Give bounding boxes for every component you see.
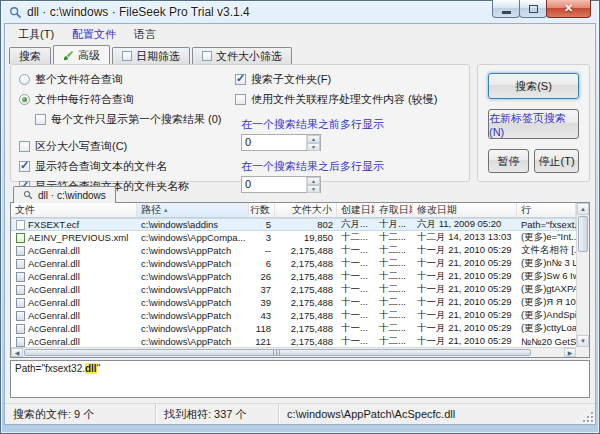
cell-modified: 十一月 21, 2010 05:29	[413, 257, 517, 270]
cell-text: (更多)e="Int..	[521, 231, 576, 244]
cell-text: 六月...	[341, 218, 368, 231]
lines-after-spinner[interactable]: 0 ▲ ▼	[241, 176, 321, 193]
dll-file-icon	[16, 285, 25, 295]
column-header-3[interactable]: 文件大小	[275, 203, 337, 217]
column-header-label: 存取日期	[379, 203, 413, 217]
tab-strip: 搜索高级日期筛选文件大小筛选	[9, 45, 591, 64]
column-header-2[interactable]: 行数	[249, 203, 275, 217]
cell-modified: 十二月 14, 2013 13:03	[413, 231, 517, 244]
stop-button[interactable]: 停止(T)	[534, 149, 579, 173]
results-tab[interactable]: dll · c:\windows	[13, 186, 116, 203]
table-row[interactable]: AcGenral.dllc:\windows\AppPatch372,175,4…	[11, 283, 576, 296]
cell-lines: 6	[249, 257, 275, 270]
column-header-6[interactable]: 修改日期	[413, 203, 517, 217]
tab-1[interactable]: 高级	[53, 45, 110, 64]
cell-text: 十一...	[341, 257, 368, 270]
column-header-5[interactable]: 存取日期	[375, 203, 413, 217]
horizontal-scrollbar[interactable]: ◀ ▶	[11, 347, 576, 357]
tab-3[interactable]: 文件大小筛选	[192, 47, 292, 64]
results-table: 文件路径▴行数文件大小创建日期存取日期修改日期行 FXSEXT.ecfc:\wi…	[10, 202, 590, 358]
scroll-up-icon[interactable]: ▲	[577, 203, 589, 215]
cell-lines: 39	[249, 296, 275, 309]
horizontal-scroll-thumb[interactable]	[24, 349, 531, 356]
cell-path: c:\windows\AppPatch	[137, 257, 249, 270]
table-row[interactable]: AcGenral.dllc:\windows\AppPatch432,175,4…	[11, 309, 576, 322]
cell-accessed: 十二...	[375, 270, 413, 283]
column-header-label: 行数	[250, 203, 270, 217]
column-header-7[interactable]: 行	[517, 203, 576, 217]
column-header-4[interactable]: 创建日期	[337, 203, 375, 217]
cell-text: 2,175,488	[291, 297, 333, 308]
tab-checkbox[interactable]	[122, 51, 132, 61]
cell-path: c:\windows\AppCompa...	[137, 231, 249, 244]
results-magnifier-icon	[23, 190, 33, 200]
scroll-right-icon[interactable]: ▶	[564, 348, 576, 357]
menu-item-0[interactable]: 工具(T)	[9, 24, 63, 45]
scrollbar-corner	[576, 347, 589, 357]
spin-up-icon[interactable]: ▲	[307, 177, 320, 185]
cell-modified: 十一月 21, 2010 05:29	[413, 322, 517, 335]
tab-checkbox[interactable]	[202, 51, 212, 61]
option-left-4[interactable]: 显示符合查询文本的文件名	[19, 159, 231, 174]
cell-text: AcGenral.dll	[28, 245, 80, 256]
search-new-tab-button[interactable]: 在新标签页搜索(N)	[488, 109, 579, 139]
table-row[interactable]: FXSEXT.ecfc:\windows\addins5802六月...十月..…	[11, 218, 576, 231]
option-left-0[interactable]: 整个文件符合查询	[19, 72, 231, 87]
cell-text: 19,850	[304, 232, 333, 243]
window-controls: ✕	[493, 0, 591, 18]
checkbox-icon	[35, 114, 46, 125]
tab-2[interactable]: 日期筛选	[112, 47, 190, 64]
option-right-1[interactable]: 使用文件关联程序处理文件内容 (较慢)	[235, 92, 465, 107]
option-left-2[interactable]: 每个文件只显示第一个搜索结果 (0)	[35, 112, 231, 127]
option-right-0[interactable]: 搜索子文件夹(F)	[235, 72, 465, 87]
close-button[interactable]: ✕	[546, 0, 591, 18]
lines-before-spinner[interactable]: 0 ▲ ▼	[241, 134, 321, 151]
cell-text: 十一...	[341, 296, 368, 309]
cell-modified: 十一月 21, 2010 05:29	[413, 309, 517, 322]
client-area: 工具(T)配置文件语言 搜索高级日期筛选文件大小筛选 整个文件符合查询文件中每行…	[4, 23, 596, 425]
cell-text: 十一月 21, 2010 05:29	[417, 257, 512, 270]
cell-text: 十一...	[341, 270, 368, 283]
match-preview-pane[interactable]: Path="fxsext32.dll"	[10, 360, 590, 398]
cell-file: AcGenral.dll	[11, 283, 137, 296]
cell-file: AcGenral.dll	[11, 309, 137, 322]
table-row[interactable]: AcGenral.dllc:\windows\AppPatch392,175,4…	[11, 296, 576, 309]
menu-item-2[interactable]: 语言	[125, 24, 165, 45]
scroll-left-icon[interactable]: ◀	[11, 348, 23, 357]
maximize-button[interactable]	[519, 0, 547, 18]
cell-text: 十一...	[341, 322, 368, 335]
resize-grip[interactable]	[582, 411, 593, 422]
vertical-scrollbar[interactable]: ▲ ▼	[576, 203, 589, 347]
tab-label: 日期筛选	[136, 49, 180, 64]
cell-file: AcGenral.dll	[11, 296, 137, 309]
pause-button[interactable]: 暂停	[488, 149, 529, 173]
cell-file: AcGenral.dll	[11, 244, 137, 257]
column-header-label: 路径	[141, 203, 161, 217]
cell-text: 十一月 21, 2010 05:29	[417, 270, 512, 283]
tab-0[interactable]: 搜索	[9, 47, 51, 64]
column-header-0[interactable]: 文件	[11, 203, 137, 217]
minimize-button[interactable]	[492, 0, 520, 18]
table-row[interactable]: AEINV_PREVIOUS.xmlc:\windows\AppCompa...…	[11, 231, 576, 244]
option-left-3[interactable]: 区分大小写查询(C)	[19, 139, 231, 154]
cell-path: c:\windows\AppPatch	[137, 283, 249, 296]
spin-down-icon[interactable]: ▼	[307, 143, 320, 151]
table-row[interactable]: AcGenral.dllc:\windows\AppPatch62,175,48…	[11, 257, 576, 270]
option-left-1[interactable]: 文件中每行符合查询	[19, 92, 231, 107]
spin-up-icon[interactable]: ▲	[307, 135, 320, 143]
table-row[interactable]: AcGenral.dllc:\windows\AppPatch1182,175,…	[11, 322, 576, 335]
table-row[interactable]: AcGenral.dllc:\windows\AppPatch262,175,4…	[11, 270, 576, 283]
cell-text: 26	[260, 271, 271, 282]
cell-created: 十一...	[337, 257, 375, 270]
menu-item-1[interactable]: 配置文件	[63, 24, 125, 45]
app-window: dll · c:\windows · FileSeek Pro Trial v3…	[0, 0, 600, 434]
search-button[interactable]: 搜索(S)	[488, 73, 579, 99]
cell-accessed: 十二...	[375, 309, 413, 322]
scroll-down-icon[interactable]: ▼	[577, 335, 589, 347]
column-header-1[interactable]: 路径▴	[137, 203, 249, 217]
vertical-scroll-thumb[interactable]	[578, 216, 588, 252]
spin-down-icon[interactable]: ▼	[307, 185, 320, 193]
title-bar[interactable]: dll · c:\windows · FileSeek Pro Trial v3…	[1, 1, 599, 23]
table-row[interactable]: AcGenral.dllc:\windows\AppPatch--2,175,4…	[11, 244, 576, 257]
cell-text: AcGenral.dll	[28, 284, 80, 295]
